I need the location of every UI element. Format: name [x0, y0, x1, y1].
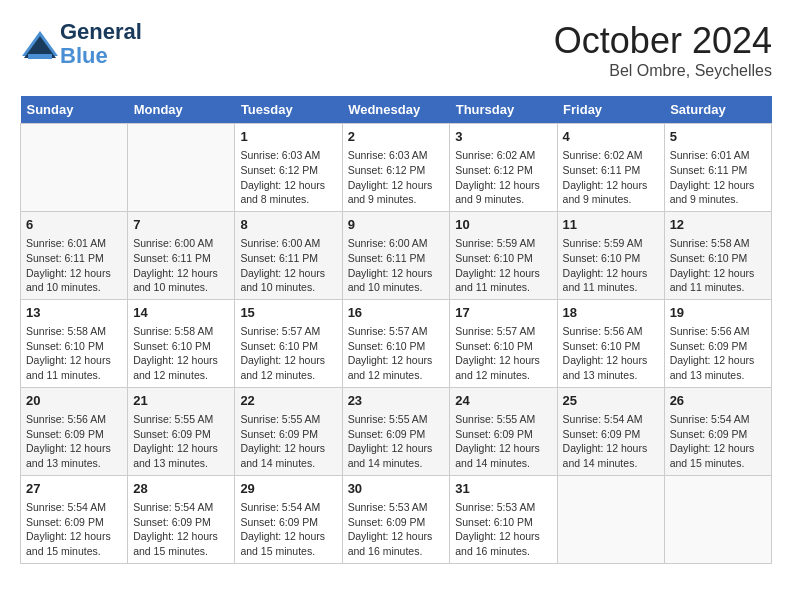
calendar-cell: 17Sunrise: 5:57 AM Sunset: 6:10 PM Dayli… — [450, 299, 557, 387]
day-info: Sunrise: 6:03 AM Sunset: 6:12 PM Dayligh… — [348, 148, 445, 207]
calendar-cell: 22Sunrise: 5:55 AM Sunset: 6:09 PM Dayli… — [235, 387, 342, 475]
day-info: Sunrise: 5:54 AM Sunset: 6:09 PM Dayligh… — [563, 412, 659, 471]
day-number: 9 — [348, 216, 445, 234]
day-info: Sunrise: 6:02 AM Sunset: 6:11 PM Dayligh… — [563, 148, 659, 207]
calendar-cell: 1Sunrise: 6:03 AM Sunset: 6:12 PM Daylig… — [235, 124, 342, 212]
calendar-cell: 23Sunrise: 5:55 AM Sunset: 6:09 PM Dayli… — [342, 387, 450, 475]
day-header-wednesday: Wednesday — [342, 96, 450, 124]
title-block: October 2024 Bel Ombre, Seychelles — [554, 20, 772, 80]
day-info: Sunrise: 5:55 AM Sunset: 6:09 PM Dayligh… — [240, 412, 336, 471]
calendar-cell: 4Sunrise: 6:02 AM Sunset: 6:11 PM Daylig… — [557, 124, 664, 212]
calendar-cell: 26Sunrise: 5:54 AM Sunset: 6:09 PM Dayli… — [664, 387, 771, 475]
day-number: 20 — [26, 392, 122, 410]
calendar-cell — [128, 124, 235, 212]
day-number: 1 — [240, 128, 336, 146]
calendar-week-4: 20Sunrise: 5:56 AM Sunset: 6:09 PM Dayli… — [21, 387, 772, 475]
calendar-week-5: 27Sunrise: 5:54 AM Sunset: 6:09 PM Dayli… — [21, 475, 772, 563]
calendar-cell: 24Sunrise: 5:55 AM Sunset: 6:09 PM Dayli… — [450, 387, 557, 475]
calendar-cell: 14Sunrise: 5:58 AM Sunset: 6:10 PM Dayli… — [128, 299, 235, 387]
logo: General Blue — [20, 20, 142, 68]
day-number: 15 — [240, 304, 336, 322]
calendar-cell: 16Sunrise: 5:57 AM Sunset: 6:10 PM Dayli… — [342, 299, 450, 387]
day-info: Sunrise: 5:55 AM Sunset: 6:09 PM Dayligh… — [348, 412, 445, 471]
calendar-table: SundayMondayTuesdayWednesdayThursdayFrid… — [20, 96, 772, 564]
day-info: Sunrise: 5:57 AM Sunset: 6:10 PM Dayligh… — [240, 324, 336, 383]
day-number: 7 — [133, 216, 229, 234]
day-number: 24 — [455, 392, 551, 410]
calendar-cell: 15Sunrise: 5:57 AM Sunset: 6:10 PM Dayli… — [235, 299, 342, 387]
day-info: Sunrise: 5:58 AM Sunset: 6:10 PM Dayligh… — [670, 236, 766, 295]
calendar-cell: 5Sunrise: 6:01 AM Sunset: 6:11 PM Daylig… — [664, 124, 771, 212]
day-info: Sunrise: 5:56 AM Sunset: 6:10 PM Dayligh… — [563, 324, 659, 383]
day-number: 6 — [26, 216, 122, 234]
calendar-cell: 20Sunrise: 5:56 AM Sunset: 6:09 PM Dayli… — [21, 387, 128, 475]
day-info: Sunrise: 5:53 AM Sunset: 6:10 PM Dayligh… — [455, 500, 551, 559]
day-info: Sunrise: 5:57 AM Sunset: 6:10 PM Dayligh… — [348, 324, 445, 383]
day-number: 26 — [670, 392, 766, 410]
calendar-cell: 21Sunrise: 5:55 AM Sunset: 6:09 PM Dayli… — [128, 387, 235, 475]
day-header-tuesday: Tuesday — [235, 96, 342, 124]
calendar-cell: 18Sunrise: 5:56 AM Sunset: 6:10 PM Dayli… — [557, 299, 664, 387]
calendar-cell — [557, 475, 664, 563]
calendar-cell: 13Sunrise: 5:58 AM Sunset: 6:10 PM Dayli… — [21, 299, 128, 387]
day-info: Sunrise: 5:58 AM Sunset: 6:10 PM Dayligh… — [133, 324, 229, 383]
day-number: 10 — [455, 216, 551, 234]
day-number: 21 — [133, 392, 229, 410]
day-info: Sunrise: 5:59 AM Sunset: 6:10 PM Dayligh… — [563, 236, 659, 295]
calendar-cell: 10Sunrise: 5:59 AM Sunset: 6:10 PM Dayli… — [450, 211, 557, 299]
day-number: 17 — [455, 304, 551, 322]
calendar-cell: 30Sunrise: 5:53 AM Sunset: 6:09 PM Dayli… — [342, 475, 450, 563]
day-info: Sunrise: 5:54 AM Sunset: 6:09 PM Dayligh… — [133, 500, 229, 559]
day-header-thursday: Thursday — [450, 96, 557, 124]
calendar-cell: 9Sunrise: 6:00 AM Sunset: 6:11 PM Daylig… — [342, 211, 450, 299]
calendar-cell: 27Sunrise: 5:54 AM Sunset: 6:09 PM Dayli… — [21, 475, 128, 563]
day-info: Sunrise: 6:02 AM Sunset: 6:12 PM Dayligh… — [455, 148, 551, 207]
day-info: Sunrise: 6:00 AM Sunset: 6:11 PM Dayligh… — [240, 236, 336, 295]
calendar-cell — [664, 475, 771, 563]
day-number: 8 — [240, 216, 336, 234]
day-info: Sunrise: 5:54 AM Sunset: 6:09 PM Dayligh… — [670, 412, 766, 471]
calendar-week-2: 6Sunrise: 6:01 AM Sunset: 6:11 PM Daylig… — [21, 211, 772, 299]
day-number: 3 — [455, 128, 551, 146]
calendar-week-3: 13Sunrise: 5:58 AM Sunset: 6:10 PM Dayli… — [21, 299, 772, 387]
day-number: 11 — [563, 216, 659, 234]
location: Bel Ombre, Seychelles — [554, 62, 772, 80]
day-number: 18 — [563, 304, 659, 322]
day-number: 19 — [670, 304, 766, 322]
day-info: Sunrise: 5:58 AM Sunset: 6:10 PM Dayligh… — [26, 324, 122, 383]
day-info: Sunrise: 5:59 AM Sunset: 6:10 PM Dayligh… — [455, 236, 551, 295]
page-header: General Blue October 2024 Bel Ombre, Sey… — [20, 20, 772, 80]
calendar-cell: 12Sunrise: 5:58 AM Sunset: 6:10 PM Dayli… — [664, 211, 771, 299]
svg-rect-2 — [28, 54, 52, 59]
day-info: Sunrise: 6:00 AM Sunset: 6:11 PM Dayligh… — [348, 236, 445, 295]
calendar-header-row: SundayMondayTuesdayWednesdayThursdayFrid… — [21, 96, 772, 124]
calendar-cell: 2Sunrise: 6:03 AM Sunset: 6:12 PM Daylig… — [342, 124, 450, 212]
day-info: Sunrise: 5:55 AM Sunset: 6:09 PM Dayligh… — [133, 412, 229, 471]
day-info: Sunrise: 6:00 AM Sunset: 6:11 PM Dayligh… — [133, 236, 229, 295]
day-number: 14 — [133, 304, 229, 322]
calendar-cell: 19Sunrise: 5:56 AM Sunset: 6:09 PM Dayli… — [664, 299, 771, 387]
day-info: Sunrise: 6:01 AM Sunset: 6:11 PM Dayligh… — [670, 148, 766, 207]
calendar-cell: 25Sunrise: 5:54 AM Sunset: 6:09 PM Dayli… — [557, 387, 664, 475]
day-info: Sunrise: 5:54 AM Sunset: 6:09 PM Dayligh… — [240, 500, 336, 559]
day-number: 28 — [133, 480, 229, 498]
logo-text: General Blue — [60, 20, 142, 68]
day-info: Sunrise: 5:54 AM Sunset: 6:09 PM Dayligh… — [26, 500, 122, 559]
calendar-cell: 29Sunrise: 5:54 AM Sunset: 6:09 PM Dayli… — [235, 475, 342, 563]
logo-icon — [20, 26, 56, 62]
day-info: Sunrise: 5:53 AM Sunset: 6:09 PM Dayligh… — [348, 500, 445, 559]
calendar-cell: 11Sunrise: 5:59 AM Sunset: 6:10 PM Dayli… — [557, 211, 664, 299]
day-number: 16 — [348, 304, 445, 322]
calendar-cell: 7Sunrise: 6:00 AM Sunset: 6:11 PM Daylig… — [128, 211, 235, 299]
day-number: 2 — [348, 128, 445, 146]
day-number: 25 — [563, 392, 659, 410]
day-header-friday: Friday — [557, 96, 664, 124]
day-info: Sunrise: 5:56 AM Sunset: 6:09 PM Dayligh… — [26, 412, 122, 471]
day-number: 12 — [670, 216, 766, 234]
calendar-cell: 28Sunrise: 5:54 AM Sunset: 6:09 PM Dayli… — [128, 475, 235, 563]
day-header-saturday: Saturday — [664, 96, 771, 124]
calendar-cell: 8Sunrise: 6:00 AM Sunset: 6:11 PM Daylig… — [235, 211, 342, 299]
month-title: October 2024 — [554, 20, 772, 62]
calendar-cell: 3Sunrise: 6:02 AM Sunset: 6:12 PM Daylig… — [450, 124, 557, 212]
day-header-sunday: Sunday — [21, 96, 128, 124]
